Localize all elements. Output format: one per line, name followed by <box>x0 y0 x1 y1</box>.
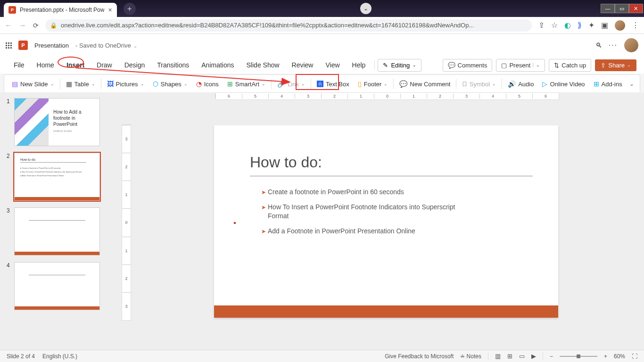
puzzle-icon[interactable]: ✦ <box>588 21 594 30</box>
pictures-button[interactable]: 🖼Pictures⌄ <box>103 78 148 90</box>
language-status[interactable]: English (U.S.) <box>42 353 77 360</box>
fit-to-window-button[interactable]: ⛶ <box>632 353 637 360</box>
sidepanel-icon[interactable]: ▣ <box>601 21 608 30</box>
url-bar[interactable]: 🔒 onedrive.live.com/edit.aspx?action=edi… <box>45 19 532 32</box>
close-window-button[interactable]: ✕ <box>629 4 643 13</box>
table-button[interactable]: ▦Table⌄ <box>62 78 99 90</box>
slide-canvas-area[interactable]: How to do: ➤Create a footnote in PowerPo… <box>110 92 644 350</box>
menu-insert[interactable]: Insert <box>60 58 91 72</box>
bullet-icon: ➤ <box>261 204 266 221</box>
table-icon: ▦ <box>66 80 72 88</box>
horizontal-ruler[interactable]: 6 5 4 3 2 1 0 1 2 3 4 5 6 <box>215 92 559 100</box>
browser-menu-icon[interactable]: ⋮ <box>632 21 639 30</box>
ruler-tick: 3 <box>122 125 131 153</box>
ruler-tick: 5 <box>506 94 532 99</box>
app-launcher-button[interactable] <box>6 42 12 49</box>
menu-animations[interactable]: Animations <box>195 58 240 72</box>
bookmark-icon[interactable]: ☆ <box>551 21 558 30</box>
notes-button[interactable]: ≐ Notes <box>460 353 481 360</box>
sorter-view-button[interactable]: ⊞ <box>507 353 512 360</box>
user-avatar[interactable] <box>624 38 638 52</box>
bullet-icon: ➤ <box>261 189 266 197</box>
smartart-icon: ⊞ <box>227 80 233 88</box>
smartart-button[interactable]: ⊞SmartArt⌄ <box>223 78 269 90</box>
thumbnail-panel[interactable]: 1 How to Add a footnote in PowerPoint SA… <box>0 92 110 350</box>
menu-view[interactable]: View <box>319 58 346 72</box>
tab-close-icon[interactable]: × <box>108 6 112 14</box>
editing-mode-button[interactable]: ✎ Editing ⌄ <box>378 59 421 72</box>
symbol-button[interactable]: ΩSymbol⌄ <box>458 78 500 90</box>
profile-avatar-icon[interactable] <box>615 20 625 31</box>
ruler-tick: 3 <box>122 292 131 320</box>
new-tab-button[interactable]: + <box>124 3 136 15</box>
collapse-icon[interactable]: ⌄ <box>360 3 372 14</box>
ribbon-separator <box>456 79 456 89</box>
zoom-in-button[interactable]: + <box>604 353 607 360</box>
catch-up-button[interactable]: ⇅Catch up <box>549 59 591 72</box>
pencil-icon: ✎ <box>383 62 388 69</box>
menu-help[interactable]: Help <box>346 58 372 72</box>
zoom-handle[interactable] <box>577 354 580 358</box>
thumbnail-slide-2[interactable]: How to do: ▸ Create a footnote in PowerP… <box>14 153 100 201</box>
document-title[interactable]: Presentation <box>34 42 69 49</box>
zoom-level[interactable]: 60% <box>614 353 625 360</box>
browser-header: P Presentation.pptx - Microsoft Pow × + … <box>0 0 644 17</box>
reading-view-button[interactable]: ▭ <box>519 353 525 360</box>
present-button[interactable]: ▢Present⌄ <box>496 59 545 72</box>
comment-icon: 💬 <box>399 80 407 88</box>
reload-button[interactable]: ⟳ <box>33 22 39 29</box>
pictures-icon: 🖼 <box>107 80 114 88</box>
thumbnail-slide-1[interactable]: How to Add a footnote in PowerPoint SAMP… <box>14 98 100 146</box>
search-icon[interactable]: 🔍︎ <box>595 41 602 49</box>
share-button[interactable]: ⇧Share⌄ <box>595 59 636 71</box>
slide-position[interactable]: Slide 2 of 4 <box>7 353 35 360</box>
ribbon-expand-icon[interactable]: ⌄ <box>627 79 636 89</box>
forward-button[interactable]: → <box>19 21 26 30</box>
comments-button[interactable]: 💬Comments <box>443 59 493 72</box>
ruler-tick: 3 <box>453 94 479 99</box>
thumbnail-slide-4[interactable] <box>14 262 100 310</box>
new-comment-button[interactable]: 💬New Comment <box>396 78 454 90</box>
thumbnail-slide-3[interactable] <box>14 207 100 255</box>
ribbon-separator <box>60 79 60 89</box>
normal-view-button[interactable]: ▥ <box>495 353 501 360</box>
thumb-divider <box>29 275 85 275</box>
thumbnail-row: 4 <box>7 262 107 310</box>
more-options-icon[interactable]: ··· <box>609 41 618 49</box>
addins-button[interactable]: ⊞Add-ins <box>590 78 626 90</box>
menu-design[interactable]: Design <box>118 58 151 72</box>
menu-review[interactable]: Review <box>286 58 320 72</box>
slide-canvas[interactable]: How to do: ➤Create a footnote in PowerPo… <box>214 125 558 318</box>
vertical-ruler[interactable]: 3 2 1 0 1 2 3 <box>122 124 131 321</box>
online-video-button[interactable]: ▷Online Video <box>538 78 588 90</box>
menu-draw[interactable]: Draw <box>91 58 118 72</box>
maximize-button[interactable]: ▭ <box>615 4 629 13</box>
icons-icon: ◔ <box>196 80 202 88</box>
cast-icon[interactable]: ⟫ <box>578 21 582 30</box>
ribbon-separator <box>271 79 272 89</box>
zoom-out-button[interactable]: − <box>550 353 553 360</box>
slide-content-list[interactable]: ➤Create a footnote in PowerPoint in 60 s… <box>261 188 469 241</box>
slideshow-view-button[interactable]: ▶ <box>531 353 536 360</box>
audio-button[interactable]: 🔊Audio <box>504 78 537 90</box>
back-button[interactable]: ← <box>5 21 12 30</box>
icons-button[interactable]: ◔Icons <box>192 78 223 90</box>
shapes-button[interactable]: ⬡Shapes⌄ <box>149 78 191 90</box>
footer-button[interactable]: ▯Footer⌄ <box>354 78 392 90</box>
new-slide-button[interactable]: ▤New Slide⌄ <box>8 78 58 90</box>
menu-slideshow[interactable]: Slide Show <box>240 58 286 72</box>
slide-title[interactable]: How to do: <box>250 154 533 176</box>
menu-home[interactable]: Home <box>31 58 60 72</box>
share-url-icon[interactable]: ⇪ <box>538 21 545 30</box>
save-status[interactable]: - Saved to OneDrive ⌄ <box>75 42 137 49</box>
feedback-link[interactable]: Give Feedback to Microsoft <box>385 353 454 360</box>
browser-tab[interactable]: P Presentation.pptx - Microsoft Pow × <box>4 3 117 17</box>
zoom-slider[interactable] <box>560 356 597 357</box>
menu-transitions[interactable]: Transitions <box>151 58 195 72</box>
browser-actions: ⇪ ☆ ◐ ⟫ ✦ ▣ ⋮ <box>538 20 639 31</box>
minimize-button[interactable]: — <box>601 4 615 13</box>
addins-icon: ⊞ <box>594 80 599 88</box>
menu-bar: File Home Insert Draw Design Transitions… <box>0 57 644 74</box>
menu-file[interactable]: File <box>8 58 31 72</box>
extension-teal-icon[interactable]: ◐ <box>564 21 571 30</box>
